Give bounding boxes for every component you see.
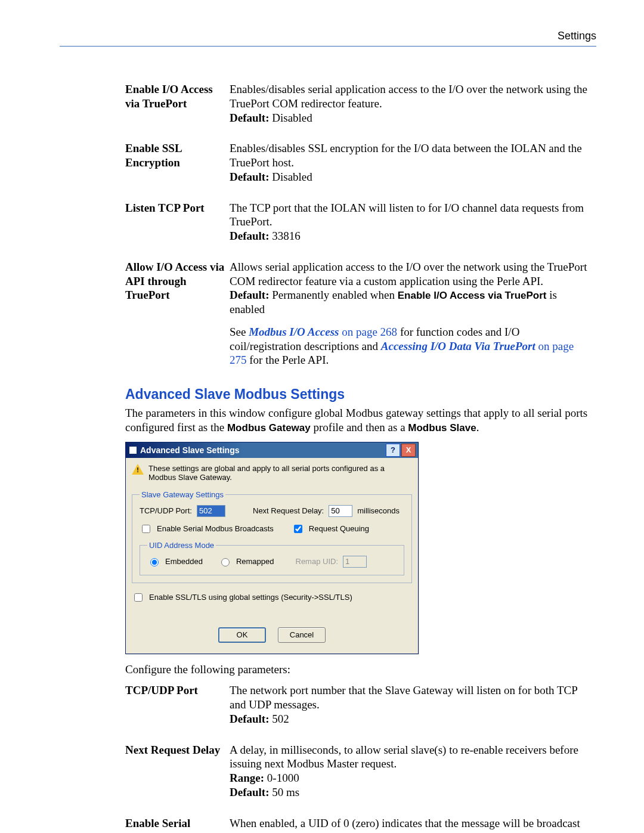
desc-text: The network port number that the Slave G… [230,684,577,711]
t: . [476,421,479,433]
remap-uid-input [343,556,367,568]
cancel-button[interactable]: Cancel [278,627,326,643]
enable-serial-modbus-broadcasts-checkbox[interactable] [142,525,150,533]
t: 502 [269,713,289,725]
term: Listen TCP Port [125,201,230,243]
embedded-radio[interactable] [150,558,159,566]
remapped-radio[interactable] [221,558,230,566]
help-button[interactable]: ? [386,444,400,457]
t: Enable I/O Access via TruePort [398,290,547,301]
term: Allow I/O Access via API through TruePor… [125,260,230,367]
b: Default: [230,713,269,725]
desc: When enabled, a UID of 0 (zero) indicate… [230,816,590,834]
section-intro: The parameters in this window configure … [125,406,590,435]
default-value: Disabled [269,171,312,183]
term: Enable SSL Encryption [125,141,230,184]
desc: The network port number that the Slave G… [230,683,590,726]
t: Modbus Slave [408,422,476,433]
enable-serial-modbus-broadcasts-label: Enable Serial Modbus Broadcasts [157,524,274,533]
t: profile and then as a [311,421,408,433]
enable-ssl-tls-label: Enable SSL/TLS using global settings (Se… [149,593,352,602]
dialog-title: Advanced Slave Settings [140,445,385,455]
ok-button[interactable]: OK [218,627,266,643]
desc-text: Enables/disables serial application acce… [230,83,587,110]
note: These settings are global and apply to a… [132,464,412,482]
remapped-label: Remapped [236,557,274,566]
t: for the Perle API. [247,354,329,366]
definitions-1: Enable I/O Access via TruePort Enables/d… [125,82,590,367]
term: Enable Serial Modbus Broadcasts [125,816,230,834]
note-text: These settings are global and apply to a… [148,464,412,482]
header-rule [60,46,596,47]
desc: A delay, in milliseconds, to allow seria… [230,743,590,800]
link-accessing-io-data[interactable]: Accessing I/O Data Via TruePort [381,340,535,352]
default-value: Disabled [269,112,312,124]
request-queuing-checkbox[interactable] [294,525,302,533]
tcpudp-port-input[interactable] [197,505,225,517]
term-text: Next Request Delay [125,744,220,756]
titlebar[interactable]: Advanced Slave Settings ? X [126,442,418,458]
term: Next Request Delay [125,743,230,800]
definitions-2: TCP/UDP Port The network port number tha… [125,683,590,833]
desc-text: Enables/disables SSL encryption for the … [230,142,582,169]
request-queuing-label: Request Queuing [309,524,369,533]
b: Default: [230,786,269,798]
embedded-label: Embedded [165,557,203,566]
milliseconds-label: milliseconds [357,506,400,515]
group-legend: UID Address Mode [147,541,216,550]
default-label: Default: [230,230,269,242]
desc: Enables/disables serial application acce… [230,82,590,125]
link-modbus-io-access[interactable]: Modbus I/O Access [249,326,339,338]
default-label: Default: [230,171,269,183]
t: 50 ms [269,786,299,798]
group-legend: Slave Gateway Settings [140,490,225,499]
configure-text: Configure the following parameters: [125,662,590,677]
desc-text: A delay, in milliseconds, to allow seria… [230,744,578,770]
tcpudp-port-label: TCP/UDP Port: [140,506,192,515]
desc: Allows serial application access to the … [230,260,590,367]
enable-ssl-tls-checkbox[interactable] [134,593,143,602]
desc-text: The TCP port that the IOLAN will listen … [230,202,584,228]
default-label: Default: [230,289,269,301]
term: TCP/UDP Port [125,683,230,726]
desc-text: Allows serial application access to the … [230,261,587,287]
default-label: Default: [230,112,269,124]
next-request-delay-label: Next Request Delay: [253,506,324,515]
desc-text: When enabled, a UID of 0 (zero) indicate… [230,817,580,834]
t: See [230,326,249,338]
term: Enable I/O Access via TruePort [125,82,230,125]
b: Range: [230,772,264,784]
uid-address-mode-group: UID Address Mode Embedded Remapped Remap… [140,541,404,575]
default-value: 33816 [269,230,300,242]
warning-icon [132,464,144,476]
remap-uid-label: Remap UID: [296,557,339,566]
t: 0-1000 [264,772,299,784]
slave-gateway-settings-group: Slave Gateway Settings TCP/UDP Port: Nex… [132,490,412,583]
close-button[interactable]: X [401,444,416,457]
t: Modbus Gateway [227,422,311,433]
advanced-slave-settings-dialog: Advanced Slave Settings ? X These settin… [125,442,419,654]
next-request-delay-input[interactable] [329,505,352,517]
desc: Enables/disables SSL encryption for the … [230,141,590,184]
app-icon [129,447,137,454]
t: on page 268 [339,326,398,338]
header-right: Settings [60,30,596,42]
section-title: Advanced Slave Modbus Settings [125,386,596,402]
t: Permanently enabled when [269,289,397,301]
desc: The TCP port that the IOLAN will listen … [230,201,590,243]
